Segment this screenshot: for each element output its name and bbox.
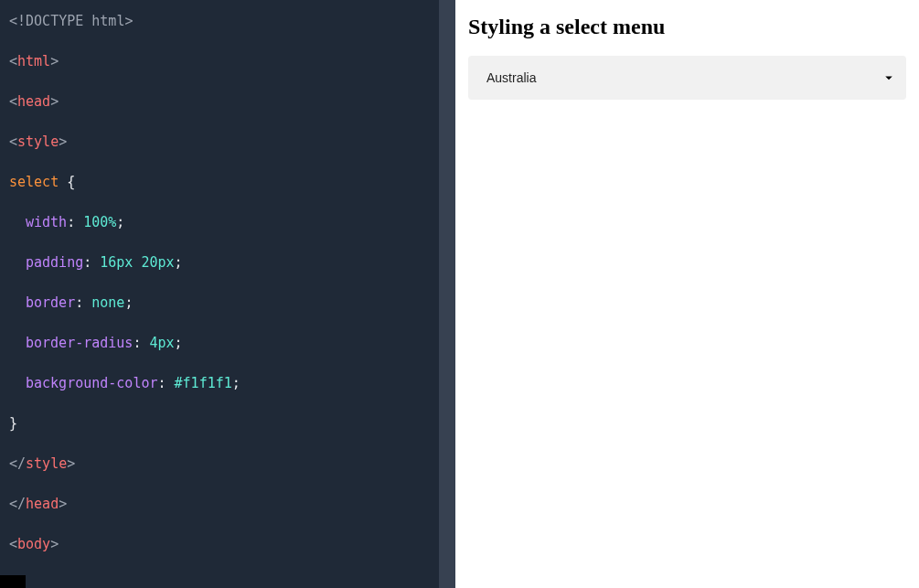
css-prop-border: border [26,294,75,311]
code-block[interactable]: <!DOCTYPE html> <html> <head> <style> se… [9,11,430,588]
css-val-border: none [91,294,124,311]
preview-form: Australia Canada USA [468,56,906,100]
css-prop-padding: padding [26,254,83,271]
doctype-text: !DOCTYPE html [17,13,124,29]
tag-style-close: style [26,455,67,472]
pane-divider[interactable] [439,0,455,588]
tag-html-open: html [17,53,50,69]
css-selector: select [9,174,59,190]
brace-close: } [9,415,17,432]
tag-style-open: style [17,134,59,150]
page-heading: Styling a select menu [468,15,906,39]
tag-head-close: head [26,496,59,512]
country-select[interactable]: Australia Canada USA [468,56,906,100]
css-val-width: 100% [83,214,116,230]
code-editor[interactable]: <!DOCTYPE html> <html> <head> <style> se… [0,0,439,588]
css-prop-width: width [26,214,67,230]
tag-body-open: body [17,536,50,552]
preview-pane: Styling a select menu Australia Canada U… [455,0,919,588]
brace-open: { [67,174,75,190]
css-prop-bg: background-color [26,375,158,391]
tag-head-open: head [17,93,50,110]
css-val-padding: 16px 20px [100,254,174,271]
css-prop-border-radius: border-radius [26,335,133,351]
css-val-bg: #f1f1f1 [175,375,232,391]
css-val-border-radius: 4px [149,335,174,351]
horizontal-scroll-thumb[interactable] [0,575,26,588]
